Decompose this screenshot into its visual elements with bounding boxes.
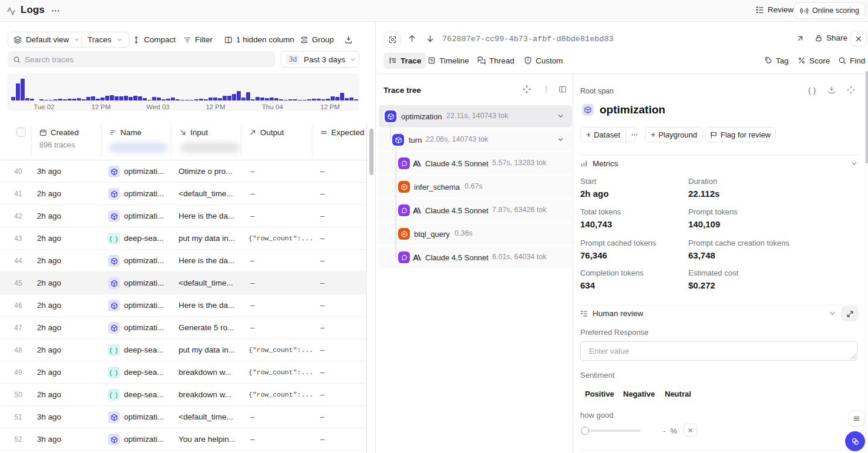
svg-text:12 PM: 12 PM bbox=[206, 103, 225, 110]
svg-text:Tue 02: Tue 02 bbox=[33, 103, 54, 110]
svg-text:12 PM: 12 PM bbox=[320, 103, 339, 110]
svg-text:Wed 03: Wed 03 bbox=[146, 103, 169, 110]
svg-text:12 PM: 12 PM bbox=[91, 103, 110, 110]
svg-text:Thu 04: Thu 04 bbox=[262, 103, 283, 110]
